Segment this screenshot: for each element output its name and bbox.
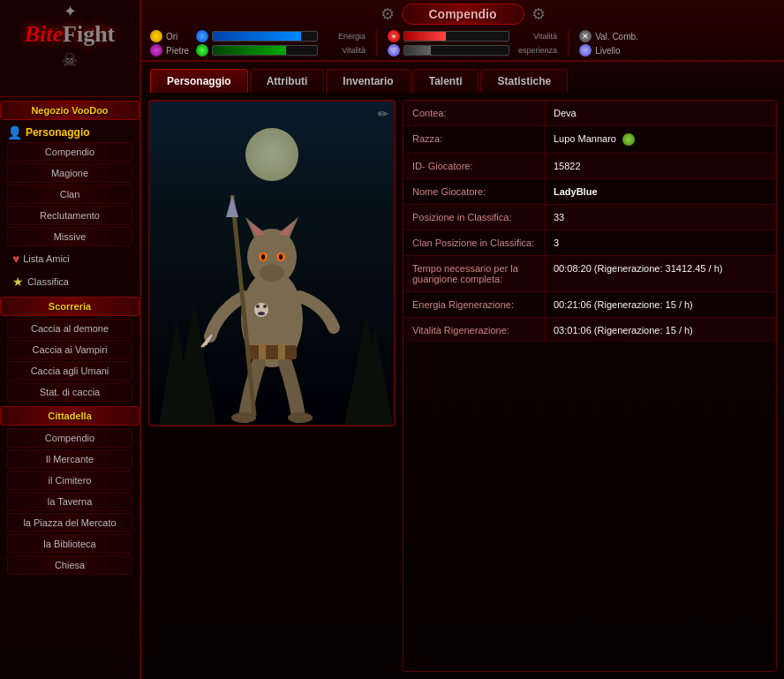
id-label: ID- Giocatore:	[403, 154, 545, 178]
sidebar-item-caccia-demone[interactable]: Caccia al demone	[7, 319, 132, 338]
heart-icon: ♥	[12, 252, 19, 266]
contea-label: Contea:	[403, 101, 545, 125]
livello-stat: 🛡 Livello	[579, 44, 638, 57]
sidebar-item-compendio1[interactable]: Compendio	[7, 142, 132, 162]
main-content: ⚙ Compendio ⚙ Ori Pietre	[141, 0, 784, 679]
logo-area: ✦ BiteFight ☠	[0, 0, 139, 97]
val-comb-stat: ✕ Val. Comb.	[579, 30, 638, 42]
heart-icon: ♥	[388, 30, 400, 42]
sidebar-item-caccia-vampiri[interactable]: Caccia ai Vampiri	[7, 340, 132, 359]
sidebar-item-chiesa[interactable]: Chiesa	[7, 555, 132, 575]
vitality-bar	[212, 45, 318, 56]
stats-row: Ori Pietre Energia	[150, 30, 775, 57]
top-emblem-icon: ✦	[64, 2, 77, 21]
tab-inventario[interactable]: Inventario	[326, 69, 410, 93]
exp-bar	[403, 45, 509, 56]
sidebar-section-scorreria[interactable]: Scorreria	[0, 297, 139, 316]
exp-bar-row: 🛡 esperienza	[388, 44, 557, 57]
title-right-ornament: ⚙	[531, 4, 546, 24]
vitalita-rigen-row: Vitalità Rigenerazione: 03:01:06 (Rigene…	[403, 318, 776, 343]
gold-stat: Ori	[150, 30, 189, 42]
svg-point-19	[288, 412, 313, 423]
energy-icon	[196, 30, 208, 42]
razza-text: Lupo Mannaro	[554, 133, 616, 144]
tabs-row: Personaggio Attributi Inventario Talenti…	[141, 62, 784, 93]
posizione-label: Posizione in Classifica:	[403, 205, 545, 230]
personaggio-section-label: Personaggio	[26, 126, 90, 139]
wolf-race-icon	[622, 133, 635, 146]
svg-point-28	[258, 312, 265, 315]
divider1	[376, 30, 377, 57]
sidebar-item-classifica[interactable]: ★ Classifica	[7, 271, 132, 292]
app-logo: BiteFight	[25, 23, 116, 46]
svg-point-16	[261, 254, 265, 260]
sidebar-item-mercante[interactable]: Il Mercante	[7, 449, 132, 469]
clan-pos-row: Clan Posizione in Classifica: 3	[403, 230, 776, 256]
sidebar-item-cimitero[interactable]: il Cimitero	[7, 471, 132, 490]
vitalita-rigen-label: Vitalità Rigenerazione:	[403, 318, 545, 343]
sidebar-item-lista-amici[interactable]: ♥ Lista Amici	[7, 248, 132, 269]
vitality-bar-row: Vitalità	[196, 44, 366, 57]
character-info-table: Contea: Deva Razza: Lupo Mannaro ID- Gio…	[403, 100, 777, 672]
sidebar-item-piazza[interactable]: la Piazza del Mercato	[7, 513, 132, 532]
sidebar: ✦ BiteFight ☠ Negozio VooDoo 👤 Personagg…	[0, 0, 141, 679]
classifica-label: Classifica	[27, 276, 69, 287]
heart-label: Vitalità	[513, 32, 557, 41]
sidebar-item-missive[interactable]: Missive	[7, 227, 132, 246]
sidebar-section-cittadella[interactable]: Cittadella	[0, 406, 139, 426]
gold-icon	[150, 30, 162, 42]
sidebar-item-personaggio-header[interactable]: 👤 Personaggio	[7, 125, 132, 140]
val-comb-label: Val. Comb.	[595, 32, 638, 41]
svg-rect-20	[247, 345, 297, 359]
energia-rigen-value: 00:21:06 (Rigenerazione: 15 / h)	[545, 292, 776, 317]
top-bar: ⚙ Compendio ⚙ Ori Pietre	[141, 0, 784, 62]
sidebar-item-clan[interactable]: Clan	[7, 185, 132, 204]
posizione-row: Posizione in Classifica: 33	[403, 205, 776, 230]
sidebar-item-stat-caccia[interactable]: Stat. di caccia	[7, 382, 132, 402]
person-icon: 👤	[7, 125, 22, 140]
skull-icon: ☠	[25, 49, 116, 71]
tab-attributi[interactable]: Attributi	[250, 69, 325, 93]
tab-personaggio[interactable]: Personaggio	[150, 69, 248, 93]
svg-point-26	[256, 305, 260, 308]
heart-bar-fill	[404, 32, 446, 41]
energy-label: Energia	[321, 32, 366, 41]
content-area: ✏ Contea: Deva Razza: Lupo Mannaro ID- G…	[141, 93, 784, 679]
edit-icon[interactable]: ✏	[378, 107, 388, 121]
nome-value: LadyBlue	[545, 179, 776, 204]
heart-bar	[403, 31, 509, 41]
contea-value: Deva	[545, 101, 776, 125]
gems-label: Pietre	[166, 46, 189, 56]
shield-icon: 🛡	[388, 44, 400, 57]
sidebar-item-biblioteca[interactable]: la Biblioteca	[7, 534, 132, 554]
vitality-icon	[196, 44, 208, 57]
energy-bar-row: Energia	[196, 30, 366, 42]
id-value: 15822	[545, 154, 776, 178]
character-image-container: ✏	[148, 100, 396, 426]
heart-exp-bars: ♥ Vitalità 🛡 esperienza	[388, 30, 557, 57]
vitality-bar-label: Vitalità	[321, 46, 366, 55]
cross-icon: ✕	[579, 30, 592, 42]
energy-bar-fill	[213, 32, 301, 41]
sidebar-item-taverna[interactable]: la Taverna	[7, 492, 132, 511]
val-livello-group: ✕ Val. Comb. 🛡 Livello	[579, 30, 638, 57]
exp-bar-fill	[404, 46, 431, 55]
sidebar-item-reclutamento[interactable]: Reclutamento	[7, 206, 132, 225]
tab-talenti[interactable]: Talenti	[412, 69, 479, 93]
guarigione-label: Tempo necessario per la guarigione compl…	[403, 256, 545, 291]
svg-point-17	[279, 254, 283, 260]
posizione-value: 33	[545, 205, 776, 230]
svg-rect-6	[373, 385, 377, 425]
lista-amici-label: Lista Amici	[23, 253, 70, 264]
heart-bar-row: ♥ Vitalità	[388, 30, 557, 42]
energia-rigen-label: Energia Rigenerazione:	[403, 292, 545, 317]
sidebar-item-compendio2[interactable]: Compendio	[7, 428, 132, 448]
svg-point-9	[260, 264, 284, 282]
sidebar-item-caccia-umani[interactable]: Caccia agli Umani	[7, 361, 132, 381]
tab-statistiche[interactable]: Statistiche	[480, 69, 568, 93]
sidebar-item-magione[interactable]: Magione	[7, 163, 132, 183]
clan-pos-value: 3	[545, 230, 776, 255]
sidebar-item-voodoo[interactable]: Negozio VooDoo	[0, 101, 139, 120]
guarigione-row: Tempo necessario per la guarigione compl…	[403, 256, 776, 292]
svg-rect-22	[278, 343, 285, 359]
